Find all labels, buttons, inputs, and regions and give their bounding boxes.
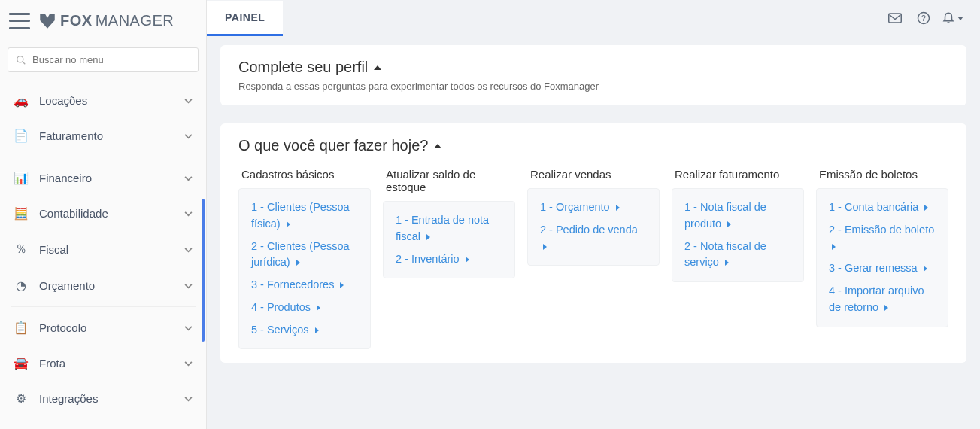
scrollbar-thumb[interactable] xyxy=(202,199,205,342)
card-title-text: Complete seu perfil xyxy=(238,59,368,76)
card-title[interactable]: O que você quer fazer hoje? xyxy=(238,137,948,154)
search-icon xyxy=(16,55,26,65)
chevron-down-icon xyxy=(184,245,193,255)
sidebar-item-label: Frota xyxy=(39,357,174,370)
sidebar-item-frota[interactable]: 🚘Frota xyxy=(0,345,206,381)
caret-right-icon xyxy=(340,282,344,288)
column-title: Cadastros básicos xyxy=(238,168,371,188)
caret-right-icon xyxy=(426,234,430,240)
sidebar-item-financeiro[interactable]: 📊Financeiro xyxy=(0,160,206,196)
chevron-down-icon xyxy=(184,208,193,219)
caret-right-icon xyxy=(727,221,731,227)
sidebar-item-faturamento[interactable]: 📄Faturamento xyxy=(0,118,206,154)
chevron-down-icon xyxy=(184,281,193,291)
chevron-down-icon xyxy=(184,358,193,369)
chevron-down-icon xyxy=(184,323,193,333)
caret-up-icon xyxy=(374,65,381,70)
shortcut-link[interactable]: 4 - Importar arquivo de retorno xyxy=(829,283,936,316)
sidebar-item-label: Protocolo xyxy=(39,321,174,334)
fox-icon xyxy=(38,11,57,31)
caret-right-icon xyxy=(725,260,729,266)
column-title: Atualizar saldo de estoque xyxy=(383,168,515,201)
main: PAINEL ? Complete seu perfil Responda a … xyxy=(207,0,980,429)
sidebar-item-integracoes[interactable]: ⚙Integrações xyxy=(0,381,206,416)
integracoes-icon: ⚙ xyxy=(14,391,29,406)
column: Cadastros básicos1 - Clientes (Pessoa fí… xyxy=(238,168,371,349)
sidebar-item-orcamento[interactable]: ◔Orçamento xyxy=(0,268,206,303)
sidebar-menu: 🚗Locações📄Faturamento📊Financeiro🧮Contabi… xyxy=(0,78,206,429)
column-box: 1 - Nota fiscal de produto 2 - Nota fisc… xyxy=(672,188,804,282)
search-input[interactable] xyxy=(32,54,190,65)
chevron-down-icon xyxy=(957,17,963,20)
menu-separator xyxy=(11,157,196,157)
shortcut-link[interactable]: 2 - Emissão de boleto xyxy=(829,222,936,255)
sidebar-item-protocolo[interactable]: 📋Protocolo xyxy=(0,310,206,345)
help-icon[interactable]: ? xyxy=(909,4,938,32)
brand-text-thin: MANAGER xyxy=(96,12,174,29)
mail-icon[interactable] xyxy=(881,4,909,32)
chevron-down-icon xyxy=(184,394,193,404)
brand-text-bold: FOX xyxy=(60,12,93,29)
column-box: 1 - Clientes (Pessoa física) 2 - Cliente… xyxy=(238,188,371,349)
card-complete-profile: Complete seu perfil Responda a essas per… xyxy=(220,45,966,105)
card-title-text: O que você quer fazer hoje? xyxy=(238,137,428,154)
shortcut-link[interactable]: 1 - Clientes (Pessoa física) xyxy=(251,199,358,233)
orcamento-icon: ◔ xyxy=(14,278,29,293)
search-wrap xyxy=(0,41,206,78)
column: Emissão de boletos1 - Conta bancária 2 -… xyxy=(816,168,948,349)
sidebar: FOXMANAGER 🚗Locações📄Faturamento📊Finance… xyxy=(0,0,207,429)
sidebar-item-label: Faturamento xyxy=(39,129,174,142)
column-title: Realizar vendas xyxy=(527,168,660,188)
frota-icon: 🚘 xyxy=(14,356,29,370)
shortcut-link[interactable]: 4 - Produtos xyxy=(251,300,358,316)
brand-logo[interactable]: FOXMANAGER xyxy=(38,11,174,31)
caret-right-icon xyxy=(884,305,888,311)
sidebar-item-contabilidade[interactable]: 🧮Contabilidade xyxy=(0,196,206,231)
chevron-down-icon xyxy=(184,173,193,184)
shortcut-link[interactable]: 1 - Entrada de nota fiscal xyxy=(396,212,502,245)
contabilidade-icon: 🧮 xyxy=(14,206,29,221)
card-subtitle: Responda a essas perguntas para experime… xyxy=(238,81,948,92)
card-title[interactable]: Complete seu perfil xyxy=(238,59,948,76)
shortcut-link[interactable]: 3 - Fornecedores xyxy=(251,277,358,294)
hamburger-icon[interactable] xyxy=(9,13,30,29)
bell-icon[interactable] xyxy=(938,4,966,32)
caret-up-icon xyxy=(434,144,441,148)
shortcut-link[interactable]: 2 - Nota fiscal de serviço xyxy=(684,239,791,272)
protocolo-icon: 📋 xyxy=(14,321,29,335)
caret-right-icon xyxy=(616,205,620,211)
shortcut-link[interactable]: 2 - Inventário xyxy=(396,251,502,268)
financeiro-icon: 📊 xyxy=(14,171,29,185)
chevron-down-icon xyxy=(184,131,193,141)
tab-painel[interactable]: PAINEL xyxy=(207,1,283,36)
caret-right-icon xyxy=(466,257,469,263)
chevron-down-icon xyxy=(184,96,193,106)
shortcut-link[interactable]: 2 - Clientes (Pessoa jurídica) xyxy=(251,239,358,272)
svg-line-1 xyxy=(23,61,26,64)
shortcut-link[interactable]: 5 - Serviços xyxy=(251,322,358,339)
shortcut-link[interactable]: 1 - Nota fiscal de produto xyxy=(684,199,791,233)
shortcut-link[interactable]: 1 - Conta bancária xyxy=(829,199,936,216)
column: Realizar vendas1 - Orçamento 2 - Pedido … xyxy=(527,168,660,349)
sidebar-item-label: Fiscal xyxy=(39,243,174,256)
sidebar-item-locacoes[interactable]: 🚗Locações xyxy=(0,83,206,118)
svg-point-0 xyxy=(17,56,23,62)
search-box[interactable] xyxy=(8,47,199,72)
caret-right-icon xyxy=(296,260,300,266)
column-box: 1 - Conta bancária 2 - Emissão de boleto… xyxy=(816,188,948,327)
caret-right-icon xyxy=(317,305,320,311)
column-box: 1 - Entrada de nota fiscal 2 - Inventári… xyxy=(383,201,515,278)
shortcut-link[interactable]: 3 - Gerar remessa xyxy=(829,260,936,277)
caret-right-icon xyxy=(924,205,928,211)
shortcut-link[interactable]: 1 - Orçamento xyxy=(540,199,647,216)
sidebar-item-fiscal[interactable]: ％Fiscal xyxy=(0,231,206,268)
card-today: O que você quer fazer hoje? Cadastros bá… xyxy=(220,123,966,363)
sidebar-item-label: Integrações xyxy=(39,392,174,405)
shortcut-link[interactable]: 2 - Pedido de venda xyxy=(540,222,647,255)
caret-right-icon xyxy=(924,266,927,272)
content: Complete seu perfil Responda a essas per… xyxy=(207,36,980,429)
fiscal-icon: ％ xyxy=(14,242,29,257)
caret-right-icon xyxy=(315,327,319,333)
svg-text:?: ? xyxy=(921,14,926,23)
column: Atualizar saldo de estoque1 - Entrada de… xyxy=(383,168,515,349)
